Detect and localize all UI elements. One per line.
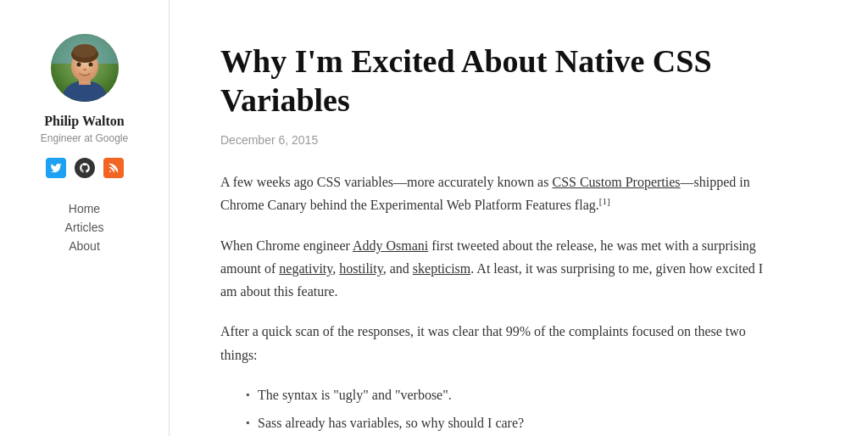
rss-icon[interactable] — [103, 158, 124, 178]
sidebar-nav: Home Articles About — [65, 202, 104, 253]
article-body: A few weeks ago CSS variables—more accur… — [220, 170, 780, 436]
social-icons — [46, 158, 124, 178]
list-item-2: Sass already has variables, so why shoul… — [246, 411, 780, 434]
negativity-link[interactable]: negativity — [279, 261, 332, 276]
hostility-link[interactable]: hostility — [339, 261, 382, 276]
author-title: Engineer at Google — [41, 132, 128, 144]
svg-point-9 — [83, 69, 86, 71]
article-title: Why I'm Excited About Native CSS Variabl… — [220, 42, 780, 120]
list-item-1: The syntax is "ugly" and "verbose". — [246, 383, 780, 406]
paragraph-3: After a quick scan of the responses, it … — [220, 320, 780, 366]
footnote-1: [1] — [599, 196, 610, 206]
complaints-list: The syntax is "ugly" and "verbose". Sass… — [246, 383, 780, 434]
sidebar-item-about[interactable]: About — [69, 239, 100, 253]
github-icon[interactable] — [75, 158, 95, 178]
sidebar-item-home[interactable]: Home — [69, 202, 100, 215]
svg-point-6 — [73, 44, 97, 58]
avatar — [51, 34, 119, 102]
sidebar-item-articles[interactable]: Articles — [65, 221, 104, 234]
paragraph-2: When Chrome engineer Addy Osmani first t… — [220, 234, 780, 304]
svg-point-8 — [88, 63, 92, 67]
addy-osmani-link[interactable]: Addy Osmani — [353, 238, 428, 253]
twitter-icon[interactable] — [46, 158, 66, 178]
skepticism-link[interactable]: skepticism — [413, 261, 470, 276]
paragraph-1: A few weeks ago CSS variables—more accur… — [220, 170, 780, 217]
sidebar: Philip Walton Engineer at Google Home Ar… — [0, 0, 170, 436]
article-date: December 6, 2015 — [220, 133, 780, 147]
svg-point-7 — [76, 63, 81, 67]
css-custom-properties-link[interactable]: CSS Custom Properties — [552, 175, 680, 189]
author-name: Philip Walton — [44, 114, 124, 129]
svg-point-11 — [109, 170, 111, 172]
main-content: Why I'm Excited About Native CSS Variabl… — [170, 0, 831, 436]
